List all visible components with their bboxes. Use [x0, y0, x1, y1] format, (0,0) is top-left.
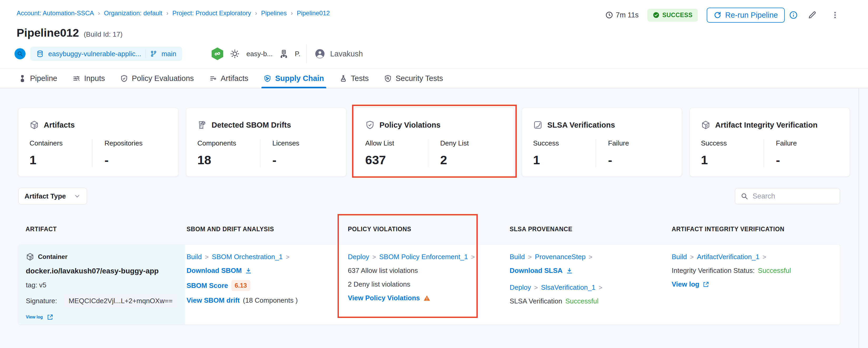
shield-check-icon [120, 75, 128, 83]
git-branch-icon [150, 50, 157, 57]
tab-tests[interactable]: Tests [339, 69, 369, 88]
stat-deny-list: Deny List 2 [428, 139, 503, 167]
page-header: Account: Automation-SSCA › Organization:… [0, 0, 868, 68]
artifact-cell: Container docker.io/lavakush07/easy-bugg… [19, 245, 185, 324]
stat-slsa-success: Success 1 [533, 139, 596, 167]
card-title: Artifact Integrity Verification [715, 121, 817, 129]
card-title: Detected SBOM Drifts [212, 121, 291, 129]
breadcrumb-pipelines[interactable]: Pipelines [261, 9, 287, 17]
view-policy-violations-link[interactable]: View Policy Violations [348, 294, 475, 302]
stage-link[interactable]: Deploy [348, 253, 369, 261]
tab-policy-evaluations[interactable]: Policy Evaluations [120, 69, 194, 88]
tab-label: Pipeline [30, 74, 57, 83]
flask-icon [339, 75, 347, 83]
build-id-label: (Build Id: 17) [84, 30, 123, 38]
tab-label: Artifacts [221, 74, 248, 83]
rerun-pipeline-button[interactable]: Re-run Pipeline [707, 8, 785, 23]
title-row: Pipeline012 (Build Id: 17) [17, 26, 123, 39]
tab-label: Tests [351, 74, 369, 83]
card-sbom-drifts: Detected SBOM Drifts Components 18 Licen… [186, 108, 346, 176]
step-link[interactable]: SBOM Orchestration_1 [212, 253, 283, 261]
stage-link[interactable]: Build [187, 253, 202, 261]
sbom-score-link[interactable]: SBOM Score [187, 282, 228, 290]
step-link[interactable]: ProvenanceStep [535, 253, 586, 261]
artifact-view-log-link[interactable]: View log [26, 314, 178, 321]
search-input[interactable] [752, 192, 846, 200]
step-link[interactable]: SlsaVerification_1 [541, 283, 595, 292]
step-link[interactable]: ArtifactVerification_1 [697, 253, 760, 261]
card-title: SLSA Verifications [547, 121, 615, 129]
inputs-icon [72, 75, 81, 83]
download-sbom-link[interactable]: Download SBOM [187, 266, 298, 275]
deny-list-violations-text: 2 Deny list violations [348, 280, 475, 289]
stage-link[interactable]: Deploy [509, 283, 531, 292]
card-policy-violations: Policy Violations Allow List 637 Deny Li… [354, 108, 514, 176]
signature-label: Signature: [26, 297, 57, 305]
breadcrumb-org[interactable]: Organization: default [104, 9, 162, 17]
stage-link[interactable]: Build [672, 253, 687, 261]
execution-meta-group: easy-b... P. [212, 48, 301, 60]
ci-module-icon [212, 48, 223, 60]
external-link-icon [46, 314, 54, 321]
tab-security-tests[interactable]: Security Tests [384, 69, 443, 88]
branch-name-link[interactable]: main [161, 50, 176, 58]
download-icon [566, 267, 573, 274]
step-link[interactable]: SBOM Policy Enforcement_1 [379, 253, 468, 261]
stat-containers: Containers 1 [30, 139, 92, 167]
integrity-view-log-link[interactable]: View log [672, 280, 791, 289]
gear-icon [229, 49, 240, 59]
column-header-artifact: ARTIFACT [26, 226, 57, 233]
check-circle-icon [653, 11, 659, 19]
sbom-cell: Build > SBOM Orchestration_1 > Download … [187, 253, 298, 305]
artifact-type-label: Artifact Type [25, 192, 66, 200]
breadcrumb-project[interactable]: Project: Product Exploratory [172, 9, 251, 17]
breadcrumb-account[interactable]: Account: Automation-SSCA [17, 9, 94, 17]
chevron-down-icon [73, 193, 81, 200]
template-name: easy-b... [246, 50, 273, 58]
run-duration-value: 7m 11s [616, 11, 639, 19]
page-title: Pipeline012 [17, 26, 79, 39]
policy-cell: Deploy > SBOM Policy Enforcement_1 > 637… [348, 253, 475, 302]
user-name: Lavakush [330, 50, 363, 58]
download-slsa-link[interactable]: Download SLSA [509, 266, 602, 275]
integrity-cell: Build > ArtifactVerification_1 > Integri… [672, 253, 791, 289]
stat-integrity-success: Success 1 [701, 139, 764, 167]
tab-pipeline[interactable]: Pipeline [19, 69, 57, 88]
artifact-image-name: docker.io/lavakush07/easy-buggy-app [26, 267, 178, 275]
stat-repositories: Repositories - [92, 139, 167, 167]
repo-pill: easybuggy-vulnerable-applic... main [30, 47, 182, 61]
header-actions: 7m 11s SUCCESS Re-run Pipeline [605, 7, 840, 23]
tab-artifacts[interactable]: Artifacts [209, 69, 248, 88]
view-sbom-drift-link[interactable]: View SBOM drift [187, 296, 240, 304]
integrity-status-value: Successful [758, 266, 791, 275]
user-avatar-icon [314, 48, 326, 59]
stat-licenses: Licenses - [260, 139, 335, 167]
card-artifact-integrity: Artifact Integrity Verification Success … [690, 108, 849, 176]
supply-chain-shield-icon [264, 75, 271, 83]
status-badge-label: SUCCESS [662, 11, 692, 19]
edit-pencil-icon[interactable] [807, 10, 817, 20]
tab-supply-chain[interactable]: Supply Chain [264, 69, 324, 88]
card-title: Artifacts [44, 121, 75, 129]
shield-search-icon [384, 75, 392, 83]
clock-icon [605, 11, 613, 19]
stat-integrity-failure: Failure - [764, 139, 839, 167]
breadcrumb-current-pipeline[interactable]: Pipeline012 [297, 9, 330, 17]
integrity-status-label: Integrity Verification Status: [672, 266, 755, 275]
tab-inputs[interactable]: Inputs [72, 69, 105, 88]
allow-list-violations-text: 637 Allow list violations [348, 266, 475, 275]
info-icon[interactable] [789, 10, 798, 20]
more-options-kebab-icon[interactable] [831, 10, 840, 20]
cube-icon [701, 120, 710, 130]
column-header-sbom: SBOM AND DRIFT ANALYSIS [187, 226, 274, 233]
breadcrumb: Account: Automation-SSCA › Organization:… [17, 9, 330, 17]
search-icon [740, 192, 748, 200]
run-duration: 7m 11s [605, 11, 639, 19]
repo-name-link[interactable]: easybuggy-vulnerable-applic... [48, 50, 141, 58]
artifact-type-dropdown[interactable]: Artifact Type [19, 188, 87, 205]
breadcrumb-separator: › [98, 9, 100, 17]
card-artifacts: Artifacts Containers 1 Repositories - [19, 108, 178, 176]
warning-icon [423, 294, 431, 302]
stage-link[interactable]: Build [509, 253, 525, 261]
stat-allow-list: Allow List 637 [365, 139, 428, 167]
